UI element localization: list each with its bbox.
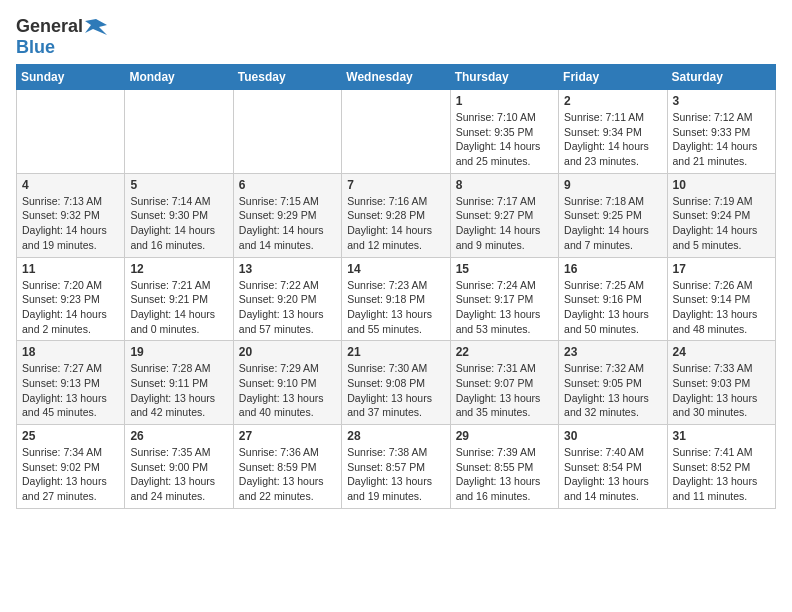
day-number: 18	[22, 345, 119, 359]
calendar-cell: 12Sunrise: 7:21 AM Sunset: 9:21 PM Dayli…	[125, 257, 233, 341]
calendar-cell: 15Sunrise: 7:24 AM Sunset: 9:17 PM Dayli…	[450, 257, 558, 341]
day-number: 2	[564, 94, 661, 108]
day-info: Sunrise: 7:30 AM Sunset: 9:08 PM Dayligh…	[347, 361, 444, 420]
day-info: Sunrise: 7:15 AM Sunset: 9:29 PM Dayligh…	[239, 194, 336, 253]
svg-marker-0	[85, 19, 107, 35]
day-info: Sunrise: 7:38 AM Sunset: 8:57 PM Dayligh…	[347, 445, 444, 504]
page-header: General Blue	[16, 16, 776, 58]
calendar-cell: 19Sunrise: 7:28 AM Sunset: 9:11 PM Dayli…	[125, 341, 233, 425]
day-number: 22	[456, 345, 553, 359]
day-info: Sunrise: 7:28 AM Sunset: 9:11 PM Dayligh…	[130, 361, 227, 420]
day-info: Sunrise: 7:34 AM Sunset: 9:02 PM Dayligh…	[22, 445, 119, 504]
week-row-5: 25Sunrise: 7:34 AM Sunset: 9:02 PM Dayli…	[17, 425, 776, 509]
calendar-cell: 4Sunrise: 7:13 AM Sunset: 9:32 PM Daylig…	[17, 173, 125, 257]
calendar-cell: 27Sunrise: 7:36 AM Sunset: 8:59 PM Dayli…	[233, 425, 341, 509]
calendar-cell: 18Sunrise: 7:27 AM Sunset: 9:13 PM Dayli…	[17, 341, 125, 425]
column-header-saturday: Saturday	[667, 65, 775, 90]
day-info: Sunrise: 7:29 AM Sunset: 9:10 PM Dayligh…	[239, 361, 336, 420]
day-number: 30	[564, 429, 661, 443]
logo: General Blue	[16, 16, 107, 58]
day-number: 27	[239, 429, 336, 443]
calendar-cell: 28Sunrise: 7:38 AM Sunset: 8:57 PM Dayli…	[342, 425, 450, 509]
day-number: 10	[673, 178, 770, 192]
day-info: Sunrise: 7:36 AM Sunset: 8:59 PM Dayligh…	[239, 445, 336, 504]
day-number: 1	[456, 94, 553, 108]
calendar-cell: 11Sunrise: 7:20 AM Sunset: 9:23 PM Dayli…	[17, 257, 125, 341]
calendar-cell	[342, 90, 450, 174]
day-info: Sunrise: 7:18 AM Sunset: 9:25 PM Dayligh…	[564, 194, 661, 253]
day-number: 3	[673, 94, 770, 108]
calendar-table: SundayMondayTuesdayWednesdayThursdayFrid…	[16, 64, 776, 509]
day-number: 31	[673, 429, 770, 443]
calendar-cell: 9Sunrise: 7:18 AM Sunset: 9:25 PM Daylig…	[559, 173, 667, 257]
day-info: Sunrise: 7:21 AM Sunset: 9:21 PM Dayligh…	[130, 278, 227, 337]
day-info: Sunrise: 7:35 AM Sunset: 9:00 PM Dayligh…	[130, 445, 227, 504]
day-number: 17	[673, 262, 770, 276]
day-info: Sunrise: 7:40 AM Sunset: 8:54 PM Dayligh…	[564, 445, 661, 504]
calendar-cell: 7Sunrise: 7:16 AM Sunset: 9:28 PM Daylig…	[342, 173, 450, 257]
column-header-wednesday: Wednesday	[342, 65, 450, 90]
day-info: Sunrise: 7:23 AM Sunset: 9:18 PM Dayligh…	[347, 278, 444, 337]
calendar-cell: 24Sunrise: 7:33 AM Sunset: 9:03 PM Dayli…	[667, 341, 775, 425]
column-header-friday: Friday	[559, 65, 667, 90]
calendar-cell	[17, 90, 125, 174]
day-info: Sunrise: 7:24 AM Sunset: 9:17 PM Dayligh…	[456, 278, 553, 337]
calendar-cell: 6Sunrise: 7:15 AM Sunset: 9:29 PM Daylig…	[233, 173, 341, 257]
day-number: 4	[22, 178, 119, 192]
day-info: Sunrise: 7:13 AM Sunset: 9:32 PM Dayligh…	[22, 194, 119, 253]
day-number: 8	[456, 178, 553, 192]
day-number: 23	[564, 345, 661, 359]
day-number: 15	[456, 262, 553, 276]
day-number: 16	[564, 262, 661, 276]
calendar-cell: 21Sunrise: 7:30 AM Sunset: 9:08 PM Dayli…	[342, 341, 450, 425]
column-header-tuesday: Tuesday	[233, 65, 341, 90]
calendar-cell: 2Sunrise: 7:11 AM Sunset: 9:34 PM Daylig…	[559, 90, 667, 174]
calendar-cell: 23Sunrise: 7:32 AM Sunset: 9:05 PM Dayli…	[559, 341, 667, 425]
calendar-cell: 10Sunrise: 7:19 AM Sunset: 9:24 PM Dayli…	[667, 173, 775, 257]
day-number: 11	[22, 262, 119, 276]
logo-bird-icon	[85, 17, 107, 37]
day-number: 20	[239, 345, 336, 359]
day-info: Sunrise: 7:33 AM Sunset: 9:03 PM Dayligh…	[673, 361, 770, 420]
day-info: Sunrise: 7:25 AM Sunset: 9:16 PM Dayligh…	[564, 278, 661, 337]
day-number: 29	[456, 429, 553, 443]
calendar-cell	[233, 90, 341, 174]
day-info: Sunrise: 7:16 AM Sunset: 9:28 PM Dayligh…	[347, 194, 444, 253]
day-number: 12	[130, 262, 227, 276]
day-info: Sunrise: 7:20 AM Sunset: 9:23 PM Dayligh…	[22, 278, 119, 337]
day-info: Sunrise: 7:10 AM Sunset: 9:35 PM Dayligh…	[456, 110, 553, 169]
calendar-cell: 20Sunrise: 7:29 AM Sunset: 9:10 PM Dayli…	[233, 341, 341, 425]
day-number: 7	[347, 178, 444, 192]
day-info: Sunrise: 7:41 AM Sunset: 8:52 PM Dayligh…	[673, 445, 770, 504]
calendar-cell: 25Sunrise: 7:34 AM Sunset: 9:02 PM Dayli…	[17, 425, 125, 509]
calendar-cell: 14Sunrise: 7:23 AM Sunset: 9:18 PM Dayli…	[342, 257, 450, 341]
calendar-cell: 16Sunrise: 7:25 AM Sunset: 9:16 PM Dayli…	[559, 257, 667, 341]
calendar-cell: 22Sunrise: 7:31 AM Sunset: 9:07 PM Dayli…	[450, 341, 558, 425]
day-info: Sunrise: 7:17 AM Sunset: 9:27 PM Dayligh…	[456, 194, 553, 253]
calendar-header: SundayMondayTuesdayWednesdayThursdayFrid…	[17, 65, 776, 90]
day-info: Sunrise: 7:27 AM Sunset: 9:13 PM Dayligh…	[22, 361, 119, 420]
day-info: Sunrise: 7:19 AM Sunset: 9:24 PM Dayligh…	[673, 194, 770, 253]
day-info: Sunrise: 7:14 AM Sunset: 9:30 PM Dayligh…	[130, 194, 227, 253]
day-info: Sunrise: 7:39 AM Sunset: 8:55 PM Dayligh…	[456, 445, 553, 504]
day-number: 28	[347, 429, 444, 443]
day-number: 24	[673, 345, 770, 359]
logo-general-text: General	[16, 16, 83, 37]
calendar-cell: 3Sunrise: 7:12 AM Sunset: 9:33 PM Daylig…	[667, 90, 775, 174]
day-number: 14	[347, 262, 444, 276]
day-number: 25	[22, 429, 119, 443]
calendar-cell: 29Sunrise: 7:39 AM Sunset: 8:55 PM Dayli…	[450, 425, 558, 509]
calendar-cell: 1Sunrise: 7:10 AM Sunset: 9:35 PM Daylig…	[450, 90, 558, 174]
day-number: 21	[347, 345, 444, 359]
calendar-cell: 5Sunrise: 7:14 AM Sunset: 9:30 PM Daylig…	[125, 173, 233, 257]
logo-blue-text: Blue	[16, 37, 55, 57]
day-info: Sunrise: 7:31 AM Sunset: 9:07 PM Dayligh…	[456, 361, 553, 420]
calendar-cell	[125, 90, 233, 174]
week-row-1: 1Sunrise: 7:10 AM Sunset: 9:35 PM Daylig…	[17, 90, 776, 174]
week-row-2: 4Sunrise: 7:13 AM Sunset: 9:32 PM Daylig…	[17, 173, 776, 257]
calendar-cell: 17Sunrise: 7:26 AM Sunset: 9:14 PM Dayli…	[667, 257, 775, 341]
day-info: Sunrise: 7:11 AM Sunset: 9:34 PM Dayligh…	[564, 110, 661, 169]
day-info: Sunrise: 7:22 AM Sunset: 9:20 PM Dayligh…	[239, 278, 336, 337]
calendar-cell: 8Sunrise: 7:17 AM Sunset: 9:27 PM Daylig…	[450, 173, 558, 257]
day-number: 26	[130, 429, 227, 443]
